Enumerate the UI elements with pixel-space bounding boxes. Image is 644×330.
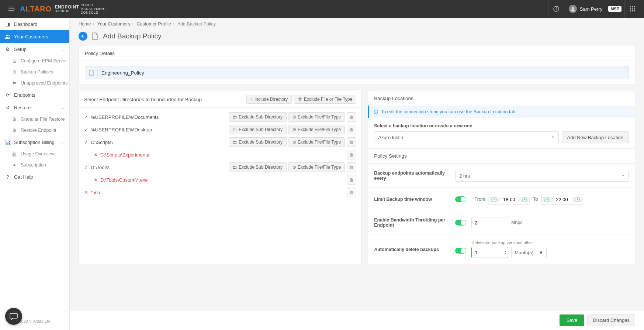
document-icon xyxy=(85,70,98,76)
delete-row-button[interactable]: 🗑 xyxy=(347,150,356,159)
info-banner: To edit the connection string you can us… xyxy=(368,106,635,118)
folder-icon: 🗀 xyxy=(233,165,237,170)
locations-header: Backup Locations xyxy=(368,91,635,106)
delete-value-input[interactable]: ▲▼ xyxy=(471,247,508,258)
delete-row-button[interactable]: 🗑 xyxy=(347,188,356,197)
ban-icon: ⊘ xyxy=(292,140,296,145)
sidebar-item-restore[interactable]: ↺ Restore ⌄ xyxy=(0,101,69,114)
ban-icon: ⊘ xyxy=(292,165,296,170)
clock-icon[interactable]: 🕒 xyxy=(488,197,499,202)
breadcrumb-link[interactable]: Customer Profile xyxy=(137,21,171,27)
flag-icon: ⚑ xyxy=(12,80,17,86)
exclude-subdir-button[interactable]: 🗀 Exclude Sub Directory xyxy=(229,137,287,147)
sidebar-item-help[interactable]: ? Get Help xyxy=(0,171,69,183)
restore-icon: ↺ xyxy=(5,105,10,110)
svg-rect-4 xyxy=(630,6,631,7)
sidebar-sub-configure-epm[interactable]: ⊟ Configure EPM Server xyxy=(0,55,69,66)
folder-icon: 🗀 xyxy=(233,114,237,120)
delete-row-button[interactable]: 🗑 xyxy=(347,162,356,172)
sidebar-sub-usage[interactable]: ▥ Usage Overview xyxy=(0,148,69,159)
to-time-input[interactable] xyxy=(553,197,572,202)
window-toggle[interactable] xyxy=(455,196,466,202)
location-select[interactable]: AzureJustin ▼ xyxy=(374,131,558,143)
exclude-subdir-button[interactable]: 🗀 Exclude Sub Directory xyxy=(229,125,287,134)
directory-path: %USERPROFILE%\Documents xyxy=(91,114,229,120)
chat-fab[interactable] xyxy=(5,308,22,325)
clock-icon[interactable]: 🕒 xyxy=(541,197,553,202)
gear-icon: ⚙ xyxy=(5,47,10,52)
bars-icon: ▥ xyxy=(12,151,17,157)
discard-button[interactable]: Discard Changes xyxy=(587,314,635,326)
breadcrumb-link[interactable]: Your Customers xyxy=(97,21,130,27)
exclude-subdir-button[interactable]: 🗀 Exclude Sub Directory xyxy=(229,162,287,172)
auto-delete-label: Automatically delete backups xyxy=(374,240,455,252)
from-time-input[interactable] xyxy=(499,197,519,202)
sidebar-sub-subscription[interactable]: ● Subscription xyxy=(0,159,69,171)
exclude-subdir-button[interactable]: 🗀 Exclude Sub Directory xyxy=(229,112,287,122)
exclude-filetype-button[interactable]: ⊘ Exclude File/File Type xyxy=(288,125,345,134)
svg-rect-6 xyxy=(634,6,635,7)
back-button[interactable] xyxy=(79,32,87,41)
exclude-filetype-button[interactable]: ⊘ Exclude File/File Type xyxy=(288,137,345,147)
sidebar-item-billing[interactable]: 📊 Subscription Billing ⌄ xyxy=(0,136,69,148)
directory-path: D:\Tools\Custom\*.exe xyxy=(100,177,347,183)
sidebar-item-endpoints[interactable]: ⟳ Endpoints xyxy=(0,89,69,101)
sidebar-item-customers[interactable]: Your Customers xyxy=(0,30,69,43)
sidebar-sub-restore-endpoint[interactable]: 🗎 Restore Endpoint xyxy=(0,125,69,136)
directory-path: C:\Scripts\ xyxy=(91,140,229,145)
sidebar-item-setup[interactable]: ⚙ Setup ⌄ xyxy=(0,43,69,55)
sidebar-item-dashboard[interactable]: ◨ Dashboard xyxy=(0,18,69,30)
throttle-input[interactable] xyxy=(471,217,508,228)
delete-row-button[interactable]: 🗑 xyxy=(347,175,356,185)
info-icon[interactable] xyxy=(549,0,563,18)
clock-icon[interactable]: 🕒 xyxy=(572,197,583,202)
document-icon: 🗎 xyxy=(12,128,17,133)
freq-select[interactable]: 2 hrs ▼ xyxy=(455,170,629,182)
exclude-file-button[interactable]: 🗑Exclude File or File Type xyxy=(294,95,356,104)
svg-rect-2 xyxy=(556,8,556,10)
policy-name-input[interactable] xyxy=(98,70,629,76)
exclude-filetype-button[interactable]: ⊘ Exclude File/File Type xyxy=(288,112,345,122)
svg-point-16 xyxy=(375,111,376,111)
spin-up-icon[interactable]: ▲ xyxy=(504,250,506,252)
check-icon: ✓ xyxy=(84,140,91,145)
check-icon: ✓ xyxy=(84,127,91,133)
throttle-toggle[interactable] xyxy=(455,220,466,226)
delete-unit-select[interactable]: Month(s) ▼ xyxy=(511,247,547,258)
svg-rect-11 xyxy=(632,10,633,11)
sidebar-sub-granular-restore[interactable]: 🗎 Granular File Restore xyxy=(0,114,69,125)
trash-icon: 🗑 xyxy=(298,97,302,102)
x-icon: ✕ xyxy=(94,177,100,183)
breadcrumb-link[interactable]: Home xyxy=(79,21,91,27)
sidebar-sub-unapproved[interactable]: ⚑ Unapproved Endpoints xyxy=(0,78,69,89)
delete-row-button[interactable]: 🗑 xyxy=(347,137,356,147)
directories-header: Select Endpoint Directories to be includ… xyxy=(84,97,202,102)
spin-down-icon[interactable]: ▼ xyxy=(504,252,506,255)
document-icon: 🗎 xyxy=(12,117,17,122)
caret-down-icon: ▼ xyxy=(551,135,555,139)
directory-row: ✕D:\Tools\Custom\*.exe🗑 xyxy=(79,173,361,186)
apps-grid-icon[interactable] xyxy=(626,0,640,18)
sidebar-collapse-button[interactable] xyxy=(4,7,18,11)
page-title: Add Backup Policy xyxy=(103,32,161,40)
delete-row-button[interactable]: 🗑 xyxy=(347,112,356,122)
x-icon: ✕ xyxy=(94,152,100,158)
directory-row: ✕C:\Scripts\Experimental🗑 xyxy=(79,148,361,161)
save-button[interactable]: Save xyxy=(560,314,585,326)
include-directory-button[interactable]: +Include Directory xyxy=(246,95,292,104)
window-label: Limit Backup time window xyxy=(374,197,455,202)
exclude-filetype-button[interactable]: ⊘ Exclude File/File Type xyxy=(288,162,345,172)
delete-row-button[interactable]: 🗑 xyxy=(347,125,356,134)
add-location-button[interactable]: Add New Backup Location xyxy=(562,131,629,143)
user-menu[interactable]: Sam Perry xyxy=(565,5,606,13)
svg-point-13 xyxy=(6,35,8,37)
chart-icon: 📊 xyxy=(5,140,10,145)
clock-icon[interactable]: 🕒 xyxy=(519,197,530,202)
location-select-label: Select a backup location or create a new… xyxy=(374,123,629,128)
auto-delete-toggle[interactable] xyxy=(455,248,466,254)
sidebar-sub-backup-policies[interactable]: 🗎 Backup Policies xyxy=(0,66,69,78)
server-icon: ⊟ xyxy=(12,58,17,64)
avatar xyxy=(569,5,577,13)
check-icon: ✓ xyxy=(84,165,91,170)
settings-header: Policy Settings xyxy=(368,148,635,164)
